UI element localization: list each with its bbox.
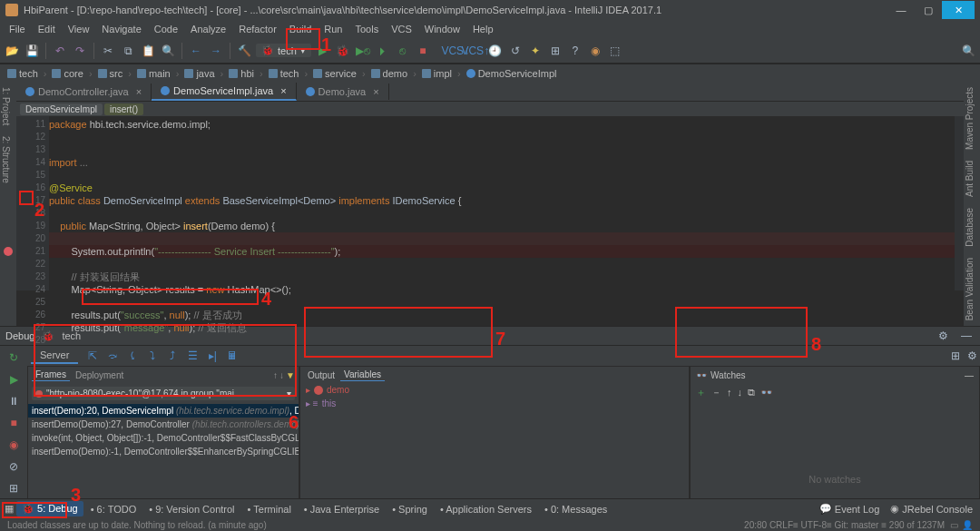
cut-icon[interactable]: ✂ [100,43,116,59]
add-watch-icon[interactable]: ＋ [696,386,706,399]
breadcrumb-item[interactable]: java [181,67,218,80]
menu-navigate[interactable]: Navigate [96,22,146,36]
paste-icon[interactable]: 📋 [140,43,156,59]
breadcrumb-item[interactable]: demo [368,67,412,80]
jrebel-icon[interactable]: ◉ [587,43,603,59]
revert-icon[interactable]: ↺ [507,43,524,59]
database-tool-tab[interactable]: Database [964,202,975,252]
menu-edit[interactable]: Edit [33,22,61,36]
variable-row[interactable]: ▸ demo [300,383,689,397]
copy-icon[interactable]: ⧉ [120,43,136,59]
step-into-icon[interactable]: ⤹ [125,349,140,363]
bottom-tab[interactable]: • Spring [387,501,433,516]
next-frame-icon[interactable]: ↓ [279,370,284,380]
crumb-method[interactable]: insert() [104,103,143,115]
redo-icon[interactable]: ↷ [72,43,88,59]
stop-debug-icon[interactable]: ■ [5,415,22,431]
menu-refactor[interactable]: Refactor [233,22,282,36]
stack-frame[interactable]: insert(Demo):20, DemoServiceImpl (hbi.te… [28,404,299,418]
tool-icon[interactable]: ✦ [527,43,544,59]
restore-layout-icon[interactable]: ⊞ [947,348,964,364]
close-tab-icon[interactable]: × [280,85,286,96]
close-tab-icon[interactable]: × [373,86,378,97]
breakpoints-icon[interactable]: ◉ [5,437,22,453]
drop-frame-icon[interactable]: ☰ [185,349,200,363]
memory-indicator[interactable]: ▭ [950,520,958,530]
jrebel-console-tab[interactable]: ◉ JRebel Console [885,501,978,516]
copy-watch-icon[interactable]: ⧉ [748,387,755,398]
hide-watches-icon[interactable]: — [965,370,974,380]
pause-icon[interactable]: ⏸ [5,393,22,409]
server-tab[interactable]: Server [31,348,78,364]
structure-tool-tab[interactable]: 2: Structure [0,131,12,189]
menu-analyze[interactable]: Analyze [185,22,231,36]
code-line[interactable]: package hbi.tech.service.demo.impl; [49,118,955,131]
bottom-tab[interactable]: • Java Enterprise [299,501,385,516]
run-to-cursor-icon[interactable]: ▸| [205,349,220,363]
maven-tool-tab[interactable]: Maven Projects [964,82,975,155]
menu-view[interactable]: View [63,22,95,36]
project-tool-tab[interactable]: 1: Project [0,82,12,131]
menu-vcs[interactable]: VCS [386,22,417,36]
close-button[interactable]: ✕ [942,1,975,19]
profile-icon[interactable]: ⏵ [375,43,391,59]
back-icon[interactable]: ← [188,43,204,59]
coverage-icon[interactable]: ▶⎋ [355,43,371,59]
minimize-button[interactable]: — [887,1,915,19]
breadcrumb-item[interactable]: src [94,67,127,80]
menu-file[interactable]: File [4,22,31,36]
mute-bp-icon[interactable]: ⊘ [5,458,22,475]
undo-icon[interactable]: ↶ [52,43,68,59]
settings-icon[interactable]: ⚙ [964,348,980,364]
code-line[interactable] [49,258,955,270]
save-icon[interactable]: 💾 [24,43,40,59]
code-line[interactable]: import ... [49,156,955,169]
bottom-tab[interactable]: • 9: Version Control [143,501,240,516]
frames-tab[interactable]: Frames [32,369,70,381]
step-out-icon[interactable]: ⤴ [165,349,180,363]
resume-icon[interactable]: ▶ [5,371,22,388]
breadcrumb-item[interactable]: impl [418,67,456,80]
breakpoint-icon[interactable] [4,247,13,256]
down-watch-icon[interactable]: ↓ [738,387,743,398]
bottom-tab[interactable]: • Application Servers [435,501,537,516]
breadcrumb-item[interactable]: service [309,67,360,80]
help-icon[interactable]: ? [567,43,583,59]
show-exec-point-icon[interactable]: ⇱ [85,349,100,363]
deployment-tab[interactable]: Deployment [72,369,127,381]
menu-window[interactable]: Window [419,22,466,36]
step-over-icon[interactable]: ⤼ [105,349,120,363]
breadcrumb-item[interactable]: core [48,67,86,80]
breadcrumb-item[interactable]: hbi [225,67,258,80]
remove-watch-icon[interactable]: － [711,386,721,399]
code-line[interactable] [49,169,955,182]
history-icon[interactable]: 🕘 [487,43,504,59]
code-line[interactable]: public class DemoServiceImpl extends Bas… [49,194,955,207]
hector-icon[interactable]: 👤 [962,520,973,530]
code-line[interactable] [49,143,955,156]
bottom-tab[interactable]: • 6: TODO [85,501,142,516]
code-line[interactable]: @Service [49,182,955,194]
open-icon[interactable]: 📂 [4,43,20,59]
vcs-commit-icon[interactable]: VCS↑ [467,43,484,59]
breadcrumb-item[interactable]: DemoServiceImpl [463,67,561,80]
code-line[interactable] [49,296,955,309]
maximize-button[interactable]: ▢ [915,1,942,19]
up-watch-icon[interactable]: ↑ [727,387,732,398]
code-line[interactable]: // 封装返回结果 [49,270,955,283]
variables-tab[interactable]: Variables [340,369,385,381]
menu-tools[interactable]: Tools [349,22,384,36]
code-line[interactable] [49,131,955,143]
bottom-tab[interactable]: • 0: Messages [539,501,612,516]
breadcrumb-item[interactable]: tech [4,67,42,80]
bean-tool-tab[interactable]: Bean Validation [964,252,975,326]
code-editor[interactable]: package hbi.tech.service.demo.impl;impor… [49,116,955,290]
structure-icon[interactable]: ⊞ [547,43,564,59]
ext-icon[interactable]: ⬚ [607,43,623,59]
thread-selector[interactable]: "http-nio-8080-exec-10"@17,674 in group … [32,387,295,400]
crumb-class[interactable]: DemoServiceImpl [20,103,103,115]
variable-row[interactable]: ▸ ≡ this [300,397,689,410]
filter-icon[interactable]: ▼ [286,370,295,380]
forward-icon[interactable]: → [208,43,224,59]
bottom-tab[interactable]: • Terminal [242,501,297,516]
